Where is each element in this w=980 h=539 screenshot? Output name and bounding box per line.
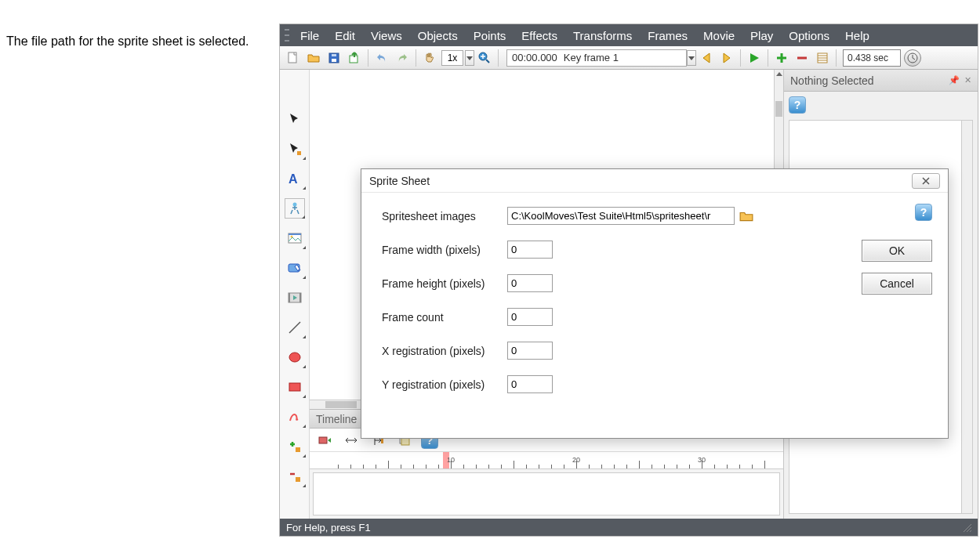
panel-vscroll[interactable]: [961, 121, 972, 513]
prev-frame-icon[interactable]: [697, 49, 716, 67]
text-tool[interactable]: A: [285, 168, 305, 189]
menu-points[interactable]: Points: [466, 29, 514, 42]
pointer-node-tool[interactable]: [285, 139, 305, 159]
add-shape-tool[interactable]: [285, 436, 305, 457]
clock-icon[interactable]: [904, 49, 921, 67]
frame-height-input[interactable]: [507, 274, 553, 292]
cancel-button[interactable]: Cancel: [862, 273, 932, 295]
dialog-titlebar: Sprite Sheet: [361, 169, 948, 193]
panel-help-icon[interactable]: ?: [789, 96, 806, 114]
add-frame-icon[interactable]: [772, 49, 791, 67]
frame-width-input[interactable]: [507, 241, 553, 259]
frame-selector[interactable]: 00:00.000 Key frame 1: [506, 49, 687, 67]
frame-duration[interactable]: 0.438 sec: [843, 49, 901, 67]
button-tool[interactable]: [285, 258, 305, 278]
frame-dropdown[interactable]: [687, 50, 696, 66]
frame-count-label: Frame count: [382, 311, 507, 324]
timeline-ruler[interactable]: 102030: [310, 452, 783, 469]
undo-icon[interactable]: [372, 49, 391, 67]
timeline-body[interactable]: [313, 472, 780, 515]
menu-file[interactable]: File: [292, 29, 327, 42]
tl-span-icon[interactable]: [342, 431, 361, 450]
frame-width-label: Frame width (pixels): [382, 244, 507, 256]
svg-rect-8: [297, 151, 301, 155]
menu-objects[interactable]: Objects: [410, 29, 466, 42]
x-registration-label: X registration (pixels): [382, 345, 507, 357]
svg-rect-22: [319, 437, 327, 443]
new-file-icon[interactable]: [284, 49, 303, 67]
tl-goto-icon[interactable]: [315, 431, 334, 450]
save-file-icon[interactable]: [325, 49, 343, 67]
freehand-tool[interactable]: [285, 407, 305, 427]
sprite-sheet-dialog: Sprite Sheet ? OK Cancel Spritesheet ima…: [361, 168, 949, 439]
rect-tool[interactable]: [285, 377, 305, 397]
ok-button[interactable]: OK: [862, 240, 932, 262]
svg-text:A: A: [289, 172, 298, 186]
svg-rect-13: [289, 233, 301, 235]
dialog-close-button[interactable]: [912, 173, 940, 189]
oval-tool[interactable]: [285, 347, 305, 367]
export-icon[interactable]: [345, 49, 364, 67]
frame-height-label: Frame height (pixels): [382, 277, 507, 290]
zoom-value: 1x: [441, 50, 463, 66]
svg-point-18: [289, 353, 300, 362]
svg-point-10: [292, 203, 296, 207]
browse-folder-icon[interactable]: [739, 209, 753, 223]
annotation-text: The file path for the sprite sheet is se…: [6, 33, 257, 50]
tool-tray: A: [280, 70, 310, 519]
vscroll-thumb[interactable]: [775, 101, 782, 117]
bone-tool[interactable]: [285, 198, 305, 219]
menubar: File Edit Views Objects Points Effects T…: [280, 24, 978, 46]
menu-options[interactable]: Options: [781, 29, 837, 42]
remove-shape-tool[interactable]: [285, 466, 305, 487]
frame-name: Key frame 1: [564, 52, 619, 63]
y-registration-label: Y registration (pixels): [382, 378, 507, 391]
line-tool[interactable]: [285, 317, 305, 338]
menu-play[interactable]: Play: [742, 29, 781, 42]
redo-icon[interactable]: [393, 49, 412, 67]
frame-count-input[interactable]: [507, 308, 553, 326]
svg-rect-17: [299, 293, 301, 302]
hscroll-thumb[interactable]: [325, 401, 357, 408]
scroll-up-icon[interactable]: [775, 70, 782, 79]
svg-rect-0: [289, 52, 296, 63]
menu-edit[interactable]: Edit: [327, 29, 363, 42]
movieclip-tool[interactable]: [285, 288, 305, 308]
spritesheet-images-label: Spritesheet images: [382, 210, 507, 222]
svg-rect-3: [332, 54, 336, 56]
dialog-help-icon[interactable]: ?: [915, 204, 932, 221]
zoom-in-icon[interactable]: [475, 49, 494, 67]
zoom-dropdown[interactable]: [465, 50, 474, 66]
next-frame-icon[interactable]: [717, 49, 736, 67]
dialog-title: Sprite Sheet: [369, 175, 430, 187]
remove-frame-icon[interactable]: [793, 49, 811, 67]
y-registration-input[interactable]: [507, 375, 553, 393]
pin-icon[interactable]: 📌: [949, 75, 960, 85]
selection-panel-header: Nothing Selected 📌✕: [784, 70, 978, 92]
spritesheet-path-input[interactable]: [507, 207, 735, 225]
timeline-title: Timeline: [316, 413, 357, 425]
play-icon[interactable]: [745, 49, 764, 67]
close-icon[interactable]: ✕: [964, 75, 971, 85]
x-registration-input[interactable]: [507, 342, 553, 360]
menu-effects[interactable]: Effects: [514, 29, 565, 42]
menu-frames[interactable]: Frames: [640, 29, 695, 42]
svg-rect-19: [289, 383, 300, 391]
hand-icon[interactable]: [420, 49, 439, 67]
menu-transforms[interactable]: Transforms: [565, 29, 640, 42]
status-text: For Help, press F1: [286, 522, 371, 534]
toolbar: 1x 00:00.000 Key frame 1 0.438 sec: [280, 46, 978, 70]
image-tool[interactable]: [285, 228, 305, 248]
menu-movie[interactable]: Movie: [695, 29, 742, 42]
pointer-tool[interactable]: [285, 109, 305, 129]
frame-time: 00:00.000: [512, 52, 557, 63]
status-bar: For Help, press F1: [280, 519, 978, 536]
selection-panel-title: Nothing Selected: [790, 74, 874, 87]
resize-grip-icon[interactable]: [960, 521, 971, 534]
properties-icon[interactable]: [813, 49, 832, 67]
menu-help[interactable]: Help: [837, 29, 877, 42]
dialog-body: ? OK Cancel Spritesheet images Frame wid…: [361, 193, 948, 417]
menu-views[interactable]: Views: [363, 29, 410, 42]
open-file-icon[interactable]: [304, 49, 323, 67]
svg-rect-16: [289, 293, 290, 302]
